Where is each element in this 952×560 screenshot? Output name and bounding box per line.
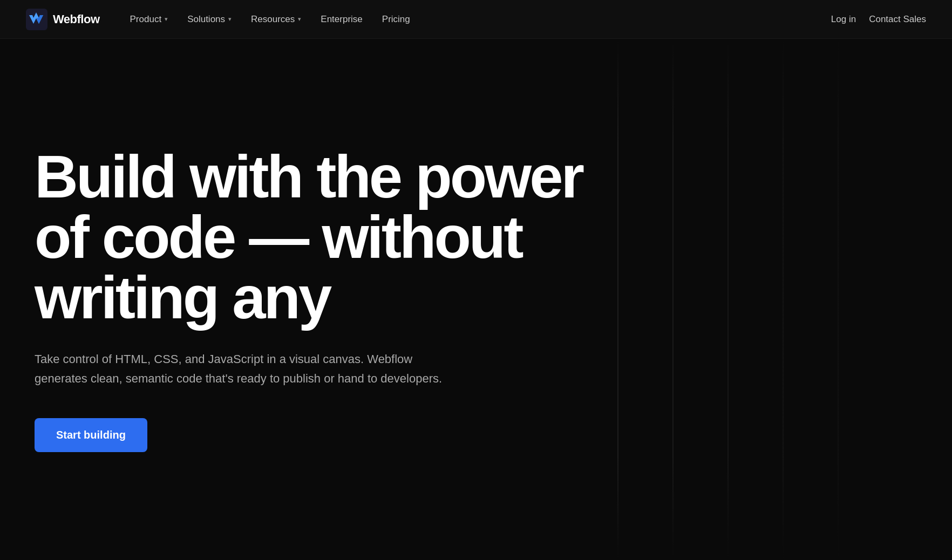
nav-contact-sales-link[interactable]: Contact Sales: [869, 14, 926, 25]
webflow-logo-icon: [26, 9, 47, 30]
start-building-button[interactable]: Start building: [35, 418, 147, 452]
nav-item-pricing[interactable]: Pricing: [373, 10, 419, 29]
chevron-down-icon: ▾: [165, 16, 168, 23]
logo-text: Webflow: [53, 12, 100, 26]
nav-item-resources[interactable]: Resources ▾: [242, 10, 310, 29]
chevron-down-icon: ▾: [228, 16, 232, 23]
nav-item-solutions[interactable]: Solutions ▾: [179, 10, 240, 29]
nav-item-product[interactable]: Product ▾: [121, 10, 177, 29]
nav-login-link[interactable]: Log in: [831, 14, 856, 25]
hero-subtext: Take control of HTML, CSS, and JavaScrip…: [35, 350, 455, 387]
navbar: Webflow Product ▾ Solutions ▾ Resources …: [0, 0, 952, 39]
nav-solutions-label: Solutions: [187, 14, 225, 25]
chevron-down-icon: ▾: [298, 16, 301, 23]
hero-section: Build with the power of code — without w…: [0, 39, 952, 560]
nav-product-label: Product: [130, 14, 162, 25]
decoration-line-4: [783, 39, 784, 560]
nav-pricing-label: Pricing: [382, 14, 410, 25]
nav-item-enterprise[interactable]: Enterprise: [312, 10, 371, 29]
nav-resources-label: Resources: [251, 14, 295, 25]
nav-enterprise-label: Enterprise: [321, 14, 362, 25]
nav-links-right: Log in Contact Sales: [831, 14, 926, 25]
decoration-line-2: [672, 39, 674, 560]
hero-headline: Build with the power of code — without w…: [35, 147, 628, 328]
decoration-line-5: [838, 39, 839, 560]
hero-decoration-lines: [574, 39, 952, 560]
hero-content: Build with the power of code — without w…: [35, 147, 628, 452]
logo-link[interactable]: Webflow: [26, 9, 100, 30]
nav-links-left: Product ▾ Solutions ▾ Resources ▾ Enterp…: [121, 10, 831, 29]
decoration-line-3: [727, 39, 729, 560]
